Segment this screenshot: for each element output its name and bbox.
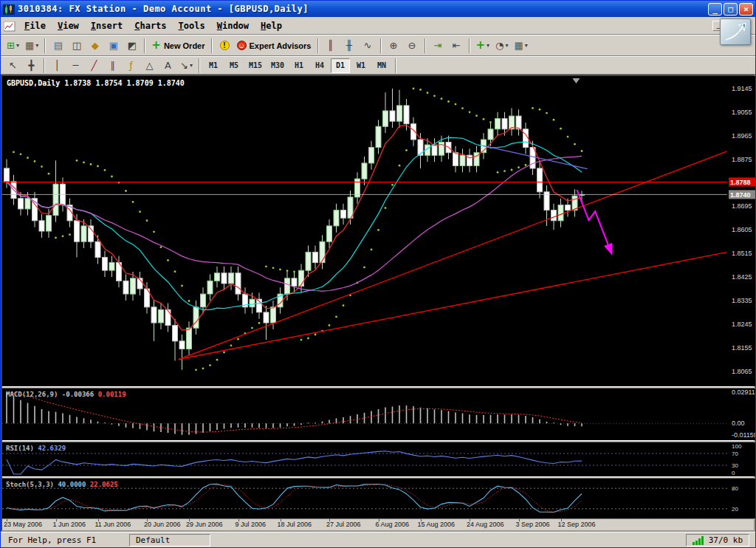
svg-text:1.8875: 1.8875 <box>732 156 752 163</box>
traffic-counter: 37/0 kb <box>709 535 743 545</box>
candlestick-chart-button[interactable]: ╫ <box>341 38 358 54</box>
cursor-tool-icon: ↖ <box>9 61 17 70</box>
dropdown-caret-icon: ▾ <box>16 42 19 49</box>
menu-tools[interactable]: Tools <box>173 19 211 32</box>
timeframe-h4[interactable]: H4 <box>310 58 329 73</box>
menu-file[interactable]: File <box>18 19 52 32</box>
vertical-line-tool-icon: │ <box>55 61 61 70</box>
line-chart-button-icon: ∿ <box>364 41 372 50</box>
crosshair-tool-icon: ╋ <box>29 61 35 70</box>
indicators-button[interactable]: +▾ <box>474 38 492 54</box>
text-tool[interactable]: A <box>159 58 176 74</box>
time-axis[interactable]: 23 May 20061 Jun 200611 Jun 200620 Jun 2… <box>2 518 754 530</box>
toolbar-separator <box>44 58 45 73</box>
periods-button[interactable]: ◔▾ <box>493 38 510 54</box>
status-bar: For Help, press F1 Default 37/0 kb <box>1 532 755 548</box>
toolbar-separator <box>199 58 200 73</box>
svg-text:1.8065: 1.8065 <box>732 368 752 375</box>
trendline-tool[interactable]: ╱ <box>86 58 103 74</box>
shapes-tool[interactable]: △ <box>141 58 158 74</box>
dropdown-caret-icon: ▾ <box>525 42 528 49</box>
main-chart[interactable]: 1.91451.90551.89651.88751.86951.86051.85… <box>2 76 755 386</box>
connection-bars-icon <box>693 536 704 545</box>
bar-chart-button[interactable]: ║ <box>323 38 340 54</box>
timeframe-m15[interactable]: M15 <box>245 58 266 73</box>
svg-text:RSI(14) 42.6329: RSI(14) 42.6329 <box>6 445 66 452</box>
minimize-button[interactable]: _ <box>708 3 722 16</box>
templates-button[interactable]: ▦▾ <box>512 38 529 54</box>
chart-window-icon[interactable] <box>4 21 16 31</box>
line-chart-button[interactable]: ∿ <box>360 38 377 54</box>
chart-shift-button[interactable]: ⇤ <box>448 38 465 54</box>
menu-view[interactable]: View <box>52 19 85 32</box>
data-window-button[interactable]: ◫ <box>68 38 85 54</box>
market-watch-button[interactable]: ▤ <box>49 38 66 54</box>
new-order-button[interactable]: +New Order <box>149 38 207 54</box>
navigator-button-icon: ◆ <box>92 41 99 50</box>
svg-text:1.8425: 1.8425 <box>732 273 752 281</box>
new-chart-button[interactable]: ⊞▾ <box>4 38 21 54</box>
menu-window[interactable]: Window <box>211 19 255 32</box>
date-label: 27 Jul 2006 <box>326 521 361 528</box>
svg-text:0: 0 <box>732 470 735 476</box>
menu-bar: FileViewInsertChartsToolsWindowHelp _□× <box>1 17 755 35</box>
timeframe-m30[interactable]: M30 <box>267 58 288 73</box>
toolbar-line-studies: ↖╋│─╱∥ƒ△A↘▾ M1M5M15M30H1H4D1W1MN <box>1 56 755 75</box>
navigator-button[interactable]: ◆ <box>86 38 103 54</box>
svg-text:1.9145: 1.9145 <box>732 85 752 92</box>
timeframe-w1[interactable]: W1 <box>351 58 371 73</box>
svg-text:Stoch(5,3,3) 40.0000 22.0625: Stoch(5,3,3) 40.0000 22.0625 <box>6 481 118 488</box>
arrows-tool[interactable]: ↘▾ <box>178 58 195 74</box>
svg-text:1.9055: 1.9055 <box>732 109 752 116</box>
channel-tool-icon: ∥ <box>110 61 115 70</box>
svg-text:80: 80 <box>732 485 738 492</box>
toolbar-separator <box>317 38 319 53</box>
strategy-tester-button[interactable]: ◩ <box>123 38 140 54</box>
stoch-panel[interactable]: 8020Stoch(5,3,3) 40.0000 22.0625 <box>2 479 755 518</box>
fibonacci-tool[interactable]: ƒ <box>123 58 140 74</box>
new-order-button-icon: + <box>151 40 161 51</box>
terminal-button[interactable]: ▣ <box>105 38 122 54</box>
auto-scroll-button-icon: ⇥ <box>434 41 442 50</box>
date-label: 15 Aug 2006 <box>418 521 456 528</box>
svg-text:1.8695: 1.8695 <box>732 202 752 210</box>
date-label: 24 Aug 2006 <box>467 521 504 528</box>
auto-scroll-button[interactable]: ⇥ <box>430 38 447 54</box>
close-button[interactable]: × <box>739 3 753 16</box>
dropdown-caret-icon: ▾ <box>35 42 38 49</box>
timeframe-m5[interactable]: M5 <box>224 58 244 73</box>
zoom-out-button-icon: ⊖ <box>408 41 416 50</box>
fx-station-window: 3010384: FX Station - Demo Account - [GB… <box>0 0 756 548</box>
menu-charts[interactable]: Charts <box>128 19 172 32</box>
chart-area: 1.91451.90551.89651.88751.86951.86051.85… <box>1 75 755 532</box>
metaeditor-alert-button[interactable]: ! <box>216 38 233 54</box>
timeframe-mn[interactable]: MN <box>372 58 391 73</box>
timeframe-d1[interactable]: D1 <box>331 58 350 73</box>
text-tool-icon: A <box>165 61 171 70</box>
maximize-button[interactable]: □ <box>724 3 738 16</box>
timeframe-m1[interactable]: M1 <box>204 58 223 73</box>
menu-insert[interactable]: Insert <box>85 19 128 32</box>
profiles-button[interactable]: ▦▾ <box>23 38 41 54</box>
channel-tool[interactable]: ∥ <box>104 58 121 74</box>
menu-help[interactable]: Help <box>255 19 288 32</box>
zoom-out-button[interactable]: ⊖ <box>404 38 421 54</box>
cursor-tool[interactable]: ↖ <box>4 58 21 74</box>
market-watch-button-icon: ▤ <box>54 41 63 50</box>
date-label: 6 Aug 2006 <box>376 521 410 528</box>
vertical-line-tool[interactable]: │ <box>49 58 66 74</box>
toolbar-standard: ⊞▾▦▾▤◫◆▣◩+New Order!☺Expert Advisors║╫∿⊕… <box>1 35 755 56</box>
data-window-button-icon: ◫ <box>72 41 81 50</box>
expert-advisors-button[interactable]: ☺Expert Advisors <box>235 38 314 54</box>
crosshair-tool[interactable]: ╋ <box>23 58 40 74</box>
horizontal-line-tool[interactable]: ─ <box>67 58 84 74</box>
macd-panel[interactable]: 0.029110.00-0.01159MACD(12,26,9) -0.0036… <box>2 388 755 440</box>
profile-indicator[interactable]: Default <box>129 534 210 547</box>
title-bar[interactable]: 3010384: FX Station - Demo Account - [GB… <box>1 1 755 17</box>
zoom-in-button[interactable]: ⊕ <box>385 38 402 54</box>
terminal-button-icon: ▣ <box>109 41 118 50</box>
timeframe-h1[interactable]: H1 <box>289 58 309 73</box>
rsi-panel[interactable]: 10070300RSI(14) 42.6329 <box>2 442 755 476</box>
candlestick-chart-button-icon: ╫ <box>346 41 352 50</box>
svg-text:1.8515: 1.8515 <box>732 250 752 257</box>
